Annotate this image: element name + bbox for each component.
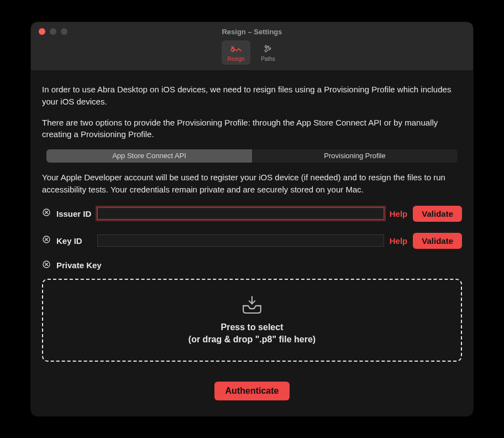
close-window-button[interactable]: [39, 28, 45, 35]
issuer-id-row: Issuer ID Help Validate: [42, 206, 462, 222]
key-id-validate-button[interactable]: Validate: [413, 233, 462, 249]
minimize-window-button[interactable]: [50, 28, 56, 35]
private-key-row: Private Key: [42, 260, 462, 271]
segment-app-store-connect[interactable]: App Store Connect API: [46, 149, 252, 163]
maximize-window-button[interactable]: [61, 28, 67, 35]
toolbar-tabs: Resign Paths: [39, 38, 465, 70]
authenticate-button[interactable]: Authenticate: [214, 382, 290, 400]
key-id-help-link[interactable]: Help: [390, 236, 408, 246]
signature-icon: [230, 44, 242, 55]
private-key-label: Private Key: [56, 260, 102, 270]
window-title: Resign – Settings: [39, 28, 465, 38]
error-circle-icon: [42, 208, 51, 219]
issuer-id-label: Issuer ID: [56, 209, 92, 218]
dropzone-line-2: (or drag & drop ".p8" file here): [188, 333, 316, 346]
error-circle-icon: [42, 235, 51, 246]
segmented-control: App Store Connect API Provisioning Profi…: [46, 149, 458, 163]
segment-provisioning-profile[interactable]: Provisioning Profile: [252, 149, 458, 163]
issuer-id-validate-button[interactable]: Validate: [413, 206, 462, 222]
tab-paths[interactable]: Paths: [254, 40, 282, 65]
error-circle-icon: [42, 260, 51, 271]
tools-icon: [262, 44, 274, 55]
window-controls: [39, 28, 67, 35]
tab-resign[interactable]: Resign: [222, 40, 250, 65]
key-id-input[interactable]: [97, 234, 384, 247]
issuer-id-help-link[interactable]: Help: [390, 209, 408, 218]
dropzone-line-1: Press to select: [188, 321, 316, 333]
inbox-download-icon: [240, 295, 264, 318]
tab-label: Resign: [227, 56, 244, 62]
titlebar: Resign – Settings Resign: [31, 22, 473, 70]
issuer-id-input[interactable]: [97, 207, 384, 220]
footer: Authenticate: [42, 382, 462, 400]
intro-paragraph-2: There are two options to provide the Pro…: [42, 117, 462, 141]
content-area: In order to use Abra Desktop on iOS devi…: [31, 70, 473, 416]
settings-window: Resign – Settings Resign: [31, 22, 473, 416]
private-key-dropzone[interactable]: Press to select (or drag & drop ".p8" fi…: [42, 279, 462, 362]
dropzone-text: Press to select (or drag & drop ".p8" fi…: [188, 321, 316, 345]
key-id-row: Key ID Help Validate: [42, 233, 462, 249]
description-text: Your Apple Developer account will be use…: [42, 171, 462, 196]
intro-paragraph-1: In order to use Abra Desktop on iOS devi…: [42, 84, 462, 108]
tab-label: Paths: [261, 56, 275, 62]
key-id-label: Key ID: [56, 236, 92, 246]
